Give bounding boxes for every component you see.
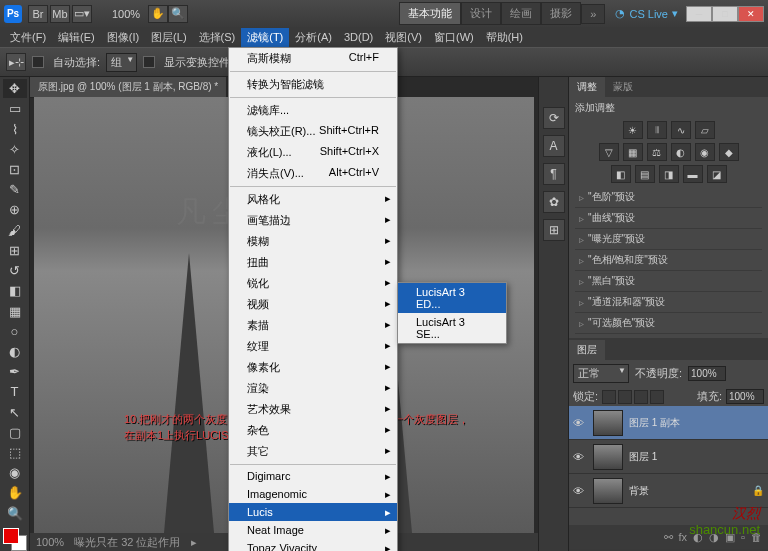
filter-menu-item[interactable]: 扭曲	[229, 252, 397, 273]
healing-tool[interactable]: ⊕	[3, 200, 27, 219]
crop-tool[interactable]: ⊡	[3, 160, 27, 179]
lucis-submenu-item[interactable]: LucisArt 3 ED...	[398, 283, 506, 313]
adjustment-preset-item[interactable]: "黑白"预设	[575, 271, 762, 292]
layer-thumbnail[interactable]	[593, 410, 623, 436]
move-tool-preset[interactable]: ▸⊹	[6, 53, 26, 71]
layers-tab[interactable]: 图层	[569, 340, 605, 360]
adjustment-preset-item[interactable]: "曝光度"预设	[575, 229, 762, 250]
layer-visibility-icon[interactable]: 👁	[573, 485, 587, 497]
gradient-tool[interactable]: ▦	[3, 301, 27, 320]
workspace-tab-basic[interactable]: 基本功能	[399, 2, 461, 25]
filter-menu-item[interactable]: 渲染	[229, 378, 397, 399]
menu-select[interactable]: 选择(S)	[193, 28, 242, 47]
clone-panel-icon[interactable]: ⊞	[543, 219, 565, 241]
adjustment-preset-item[interactable]: "曲线"预设	[575, 208, 762, 229]
filter-menu-item[interactable]: 消失点(V)...Alt+Ctrl+V	[229, 163, 397, 184]
filter-menu-item[interactable]: 视频	[229, 294, 397, 315]
menu-help[interactable]: 帮助(H)	[480, 28, 529, 47]
colorbalance-icon[interactable]: ⚖	[647, 143, 667, 161]
gradientmap-icon[interactable]: ▬	[683, 165, 703, 183]
filter-menu-item[interactable]: 像素化	[229, 357, 397, 378]
layer-thumbnail[interactable]	[593, 444, 623, 470]
adjustment-layer-icon[interactable]: ◑	[709, 531, 719, 544]
filter-menu-item[interactable]: 锐化	[229, 273, 397, 294]
dodge-tool[interactable]: ◐	[3, 342, 27, 361]
menu-filter[interactable]: 滤镜(T)	[241, 28, 289, 47]
history-panel-icon[interactable]: ⟳	[543, 107, 565, 129]
auto-select-dropdown[interactable]: 组	[106, 53, 137, 72]
zoom-icon[interactable]: 🔍	[168, 5, 188, 23]
threshold-icon[interactable]: ◨	[659, 165, 679, 183]
window-close[interactable]: ✕	[738, 6, 764, 22]
filter-menu-item[interactable]: 杂色	[229, 420, 397, 441]
layer-fx-icon[interactable]: fx	[679, 531, 688, 543]
pen-tool[interactable]: ✒	[3, 362, 27, 381]
lock-transparent-icon[interactable]	[602, 390, 616, 404]
cslive-button[interactable]: ◔ CS Live▾	[615, 7, 678, 20]
filter-menu-item[interactable]: Topaz Vivacity	[229, 539, 397, 551]
marquee-tool[interactable]: ▭	[3, 99, 27, 118]
color-swatches[interactable]	[3, 528, 27, 551]
status-zoom[interactable]: 100%	[36, 536, 64, 548]
adjustment-preset-item[interactable]: "色相/饱和度"预设	[575, 250, 762, 271]
menu-image[interactable]: 图像(I)	[101, 28, 145, 47]
filter-menu-item[interactable]: 液化(L)...Shift+Ctrl+X	[229, 142, 397, 163]
filter-menu-item[interactable]: 纹理	[229, 336, 397, 357]
hand-tool[interactable]: ✋	[3, 483, 27, 502]
brightness-icon[interactable]: ☀	[623, 121, 643, 139]
filter-menu-item[interactable]: Neat Image	[229, 521, 397, 539]
document-tab[interactable]: 原图.jpg @ 100% (图层 1 副本, RGB/8) *	[30, 77, 226, 98]
lasso-tool[interactable]: ⌇	[3, 119, 27, 138]
lock-position-icon[interactable]	[634, 390, 648, 404]
window-minimize[interactable]: ─	[686, 6, 712, 22]
opacity-input[interactable]: 100%	[688, 366, 726, 381]
type-tool[interactable]: T	[3, 382, 27, 401]
selective-icon[interactable]: ◪	[707, 165, 727, 183]
filter-menu-item[interactable]: 转换为智能滤镜	[229, 74, 397, 95]
blur-tool[interactable]: ○	[3, 322, 27, 341]
channelmixer-icon[interactable]: ◆	[719, 143, 739, 161]
adjustment-preset-item[interactable]: "通道混和器"预设	[575, 292, 762, 313]
window-maximize[interactable]: □	[712, 6, 738, 22]
menu-view[interactable]: 视图(V)	[379, 28, 428, 47]
filter-menu-item[interactable]: 素描	[229, 315, 397, 336]
posterize-icon[interactable]: ▤	[635, 165, 655, 183]
new-layer-icon[interactable]: ▫	[741, 531, 745, 543]
layer-name[interactable]: 图层 1 副本	[629, 416, 764, 430]
delete-layer-icon[interactable]: 🗑	[751, 531, 762, 543]
show-transform-checkbox[interactable]	[143, 56, 155, 68]
stamp-tool[interactable]: ⊞	[3, 241, 27, 260]
filter-menu-item[interactable]: 模糊	[229, 231, 397, 252]
workspace-tab-photo[interactable]: 摄影	[541, 2, 581, 25]
filter-menu-item[interactable]: 艺术效果	[229, 399, 397, 420]
masks-tab[interactable]: 蒙版	[605, 77, 641, 97]
history-brush-tool[interactable]: ↺	[3, 261, 27, 280]
filter-menu-item[interactable]: 画笔描边	[229, 210, 397, 231]
filter-menu-item[interactable]: Imagenomic	[229, 485, 397, 503]
zoom-tool[interactable]: 🔍	[3, 504, 27, 523]
bridge-icon[interactable]: Br	[28, 5, 48, 23]
path-select-tool[interactable]: ↖	[3, 403, 27, 422]
fill-input[interactable]: 100%	[726, 389, 764, 404]
adjustment-preset-item[interactable]: "色阶"预设	[575, 187, 762, 208]
layer-name[interactable]: 图层 1	[629, 450, 764, 464]
blend-mode-dropdown[interactable]: 正常	[573, 364, 629, 383]
wand-tool[interactable]: ✧	[3, 140, 27, 159]
menu-analysis[interactable]: 分析(A)	[289, 28, 338, 47]
link-layers-icon[interactable]: ⚯	[664, 531, 673, 544]
lock-all-icon[interactable]	[650, 390, 664, 404]
layer-group-icon[interactable]: ▣	[725, 531, 735, 544]
hand-icon[interactable]: ✋	[148, 5, 168, 23]
eyedropper-tool[interactable]: ✎	[3, 180, 27, 199]
filter-menu-item[interactable]: Lucis	[229, 503, 397, 521]
exposure-icon[interactable]: ▱	[695, 121, 715, 139]
zoom-display[interactable]: 100%	[112, 8, 140, 20]
menu-edit[interactable]: 编辑(E)	[52, 28, 101, 47]
lock-image-icon[interactable]	[618, 390, 632, 404]
levels-icon[interactable]: ⫴	[647, 121, 667, 139]
layer-visibility-icon[interactable]: 👁	[573, 417, 587, 429]
para-panel-icon[interactable]: ¶	[543, 163, 565, 185]
photofilter-icon[interactable]: ◉	[695, 143, 715, 161]
workspace-tab-design[interactable]: 设计	[461, 2, 501, 25]
filter-menu-item[interactable]: 滤镜库...	[229, 100, 397, 121]
